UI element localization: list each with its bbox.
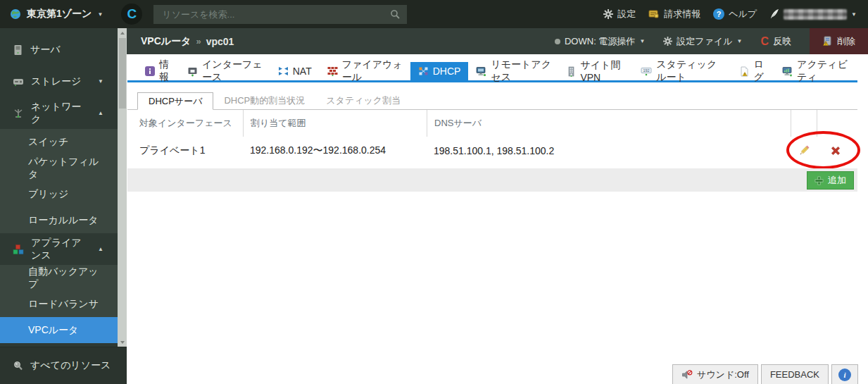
table-header-row: 対象インターフェース 割り当て範囲 DNSサーバ [127,110,857,137]
settings-menu[interactable]: 設定 [603,8,636,20]
sidebar-item-label: 自動バックアップ [28,266,103,291]
sidebar-item-label: ネットワーク [31,101,91,126]
subtab-dhcp-dynamic[interactable]: DHCP動的割当状況 [213,92,315,109]
breadcrumb-current: vpc01 [206,36,234,47]
power-menu[interactable]: DOWN: 電源操作 ▼ [555,35,645,48]
top-bar: 東京第1ゾーン ▼ C 設定 請求情報 ? ヘルプ [0,0,868,28]
tab-activity[interactable]: アクティビティ [774,62,857,80]
actionbar-right: DOWN: 電源操作 ▼ 設定ファイル ▼ C 反映 削除 [555,28,868,54]
logo-letter: C [127,6,137,22]
network-icon [13,108,24,119]
tab-label: 情報 [159,58,172,84]
config-file-menu[interactable]: 設定ファイル ▼ [663,35,742,48]
chevron-down-icon: ▼ [98,78,103,85]
add-button[interactable]: 追加 [807,171,854,190]
search-input[interactable] [161,8,390,20]
tab-interface[interactable]: インターフェース [180,62,270,80]
scroll-up-icon[interactable] [118,28,127,37]
interface-icon [187,66,198,77]
resource-tabs: 情報 インターフェース NAT ファイアウォール DHCP リモートアクセス [127,62,857,82]
subtab-dhcp-server[interactable]: DHCPサーバ [137,92,213,110]
tab-firewall[interactable]: ファイアウォール [320,62,410,80]
feedback-label: FEEDBACK [770,369,819,380]
feedback-button[interactable]: FEEDBACK [761,364,829,384]
subtab-label: DHCPサーバ [149,95,202,108]
sidebar-item-bridge[interactable]: ブリッジ [0,181,118,207]
scroll-down-icon[interactable] [118,337,127,347]
apply-label: 反映 [773,35,791,48]
tab-label: NAT [293,66,312,77]
sidebar-item-label: パケットフィルタ [28,156,103,181]
sidebar-item-storage[interactable]: ストレージ ▼ [0,66,118,97]
tab-dhcp[interactable]: DHCP [410,62,469,80]
help-icon: ? [713,8,724,20]
tab-nat[interactable]: NAT [270,62,320,80]
sidebar-scrollbar[interactable] [118,28,127,347]
tab-site-vpn[interactable]: サイト間VPN [559,62,633,80]
server-icon [13,44,23,56]
sidebar-item-label: すべてのリソース [30,359,111,372]
sidebar-item-network[interactable]: ネットワーク ▲ [0,97,118,129]
delete-button[interactable]: 削除 [810,28,868,54]
subtab-static-assign[interactable]: スタティック割当 [315,92,411,109]
tab-label: ファイアウォール [342,58,403,84]
apply-button[interactable]: C 反映 [760,35,791,48]
subtab-label: DHCP動的割当状況 [224,94,305,107]
sidebar-item-auto-backup[interactable]: 自動バックアップ [0,265,118,291]
sidebar-item-switch[interactable]: スイッチ [0,129,118,155]
billing-menu[interactable]: 請求情報 [648,8,700,20]
tab-static-route[interactable]: 192 スタティックルート [633,62,732,80]
tab-remote-access[interactable]: リモートアクセス [468,62,559,80]
tab-label: インターフェース [202,58,263,84]
sidebar-item-appliance[interactable]: アプライアンス ▲ [0,233,118,265]
delete-x-icon [830,145,841,156]
billing-icon [648,9,660,19]
sidebar-item-label: ストレージ [31,75,81,88]
chevron-down-icon: ▼ [639,38,645,44]
user-menu[interactable]: ▼ [769,8,857,20]
breadcrumb-parent[interactable]: VPCルータ [141,35,191,48]
delete-warning-icon [822,36,833,47]
column-header-delete [817,110,855,137]
row-edit-button[interactable] [796,143,812,159]
zone-label: 東京第1ゾーン [27,8,92,20]
sidebar-item-load-balancer[interactable]: ロードバランサ [0,291,118,317]
gear-icon [663,37,672,46]
speaker-muted-icon [681,369,693,380]
sidebar-item-vpc-router[interactable]: VPCルータ [0,317,118,343]
config-file-label: 設定ファイル [677,35,732,48]
row-delete-button[interactable] [829,144,843,158]
tab-info[interactable]: 情報 [137,62,180,80]
sidebar-item-packet-filter[interactable]: パケットフィルタ [0,155,118,181]
tab-log[interactable]: ログ [732,62,774,80]
help-label: ヘルプ [729,8,757,20]
info-button[interactable]: i [831,364,858,384]
tab-label: サイト間VPN [580,59,625,83]
cell-interface: プライベート1 [127,144,243,157]
resource-action-bar: VPCルータ » vpc01 DOWN: 電源操作 ▼ 設定ファイル ▼ C 反… [127,28,868,54]
sidebar-item-label: サーバ [30,44,61,56]
nat-icon [278,66,289,76]
tab-label: リモートアクセス [491,58,551,84]
help-menu[interactable]: ? ヘルプ [713,8,757,20]
column-header-range: 割り当て範囲 [243,110,427,137]
sidebar-item-label: スイッチ [28,136,68,149]
sidebar-item-all-resources[interactable]: すべてのリソース [0,347,127,384]
topbar-right: 設定 請求情報 ? ヘルプ ▼ [603,8,857,20]
dhcp-icon [418,66,429,76]
sidebar-item-local-router[interactable]: ローカルルータ [0,207,118,233]
tab-label: アクティビティ [797,58,850,84]
settings-label: 設定 [617,8,636,20]
cloud-logo[interactable]: C [121,4,142,25]
magnifier-icon [13,361,23,371]
resource-search[interactable] [153,5,407,24]
search-icon[interactable] [390,9,400,19]
zone-selector[interactable]: 東京第1ゾーン ▼ [10,8,103,20]
plus-icon [814,176,824,185]
sidebar-item-server[interactable]: サーバ [0,34,118,66]
scrollbar-thumb[interactable] [119,38,126,109]
network-submenu: スイッチ パケットフィルタ ブリッジ ローカルルータ [0,129,127,233]
table-row: プライベート1 192.168.0.192〜192.168.0.254 198.… [127,137,857,165]
column-header-edit [791,110,817,137]
sound-toggle-button[interactable]: サウンド:Off [672,364,758,384]
